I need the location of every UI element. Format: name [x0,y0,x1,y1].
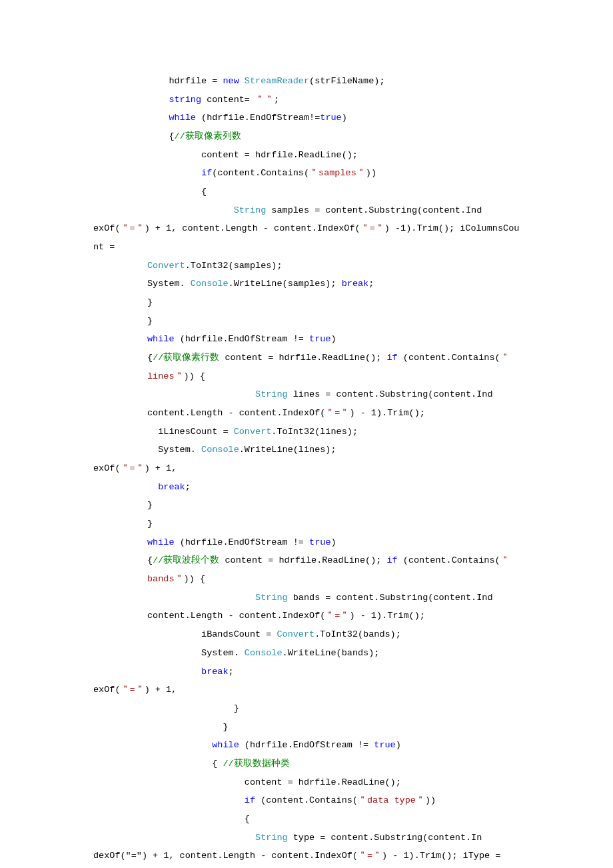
code-line: String type = content.Substring(content.… [93,829,520,847]
code-line: while (hdrfile.EndOfStream != true) [93,736,520,755]
code-token: while [147,537,175,547]
code-block: hdrfile = new StreamReader(strFileName);… [93,72,520,865]
code-token: ＂=＂ [121,685,145,695]
code-line: } [93,293,520,312]
code-token: ) + 1, [145,463,177,473]
code-line: } [93,515,520,533]
code-token: ; [229,667,234,677]
code-line: String bands = content.Substring(content… [93,589,520,607]
code-token: Convert [234,427,272,437]
code-line: Convert.ToInt32(samples); [93,257,520,275]
code-token: exOf( [93,463,121,473]
code-token: )) [366,168,376,178]
code-token: String [255,593,288,603]
code-line: while (hdrfile.EndOfStream!=true) [93,109,520,127]
code-token: System. [158,445,201,455]
code-token: if [201,168,212,178]
code-line: dexOf("=") + 1, content.Length - content… [93,847,520,865]
code-token: exOf( [93,223,121,233]
code-token: ＂=＂ [325,408,349,418]
code-token: } [147,519,153,529]
code-line: content.Length - content.IndexOf(＂=＂) - … [93,404,520,423]
code-token: { [201,187,207,197]
code-token: String [255,389,288,399]
code-token: true [309,334,330,344]
code-line: } [93,312,520,331]
code-token: ) [396,740,401,750]
code-token: break [158,482,185,492]
code-token: //获取像素列数 [175,131,241,141]
code-token: ＂=＂ [325,611,349,621]
code-token: .WriteLine(lines); [239,445,336,455]
code-token: break [201,667,229,677]
code-line: lines＂)) { [93,367,520,386]
code-token: (hdrfile.EndOfStream!= [196,113,320,123]
code-line: iBandsCount = Convert.ToInt32(bands); [93,625,520,644]
code-token: ＂＂ [255,95,274,105]
code-token: } [147,500,153,510]
code-token: System. [147,279,191,289]
code-token: bands＂ [147,574,184,584]
code-token: content = hdrfile.ReadLine(); [201,150,358,160]
code-token: { [169,131,174,141]
code-token: ) [330,537,336,547]
document-page: hdrfile = new StreamReader(strFileName);… [0,0,613,868]
code-token: string [169,95,201,105]
code-token: .ToInt32(lines); [271,427,358,437]
code-line: while (hdrfile.EndOfStream != true) [93,533,520,552]
code-token: ; [368,279,374,289]
code-token: )) { [184,371,205,381]
code-token: while [212,740,239,750]
code-token: ) [342,113,347,123]
code-token: while [169,113,196,123]
code-line: {//获取像素列数 [93,127,520,146]
code-token: Convert [277,629,314,639]
code-line: break; [93,663,520,681]
code-token: hdrfile = [169,76,223,86]
code-token: { [147,353,153,363]
code-token: content = hdrfile.ReadLine(); [219,555,386,565]
code-token: bands = content.Substring(content.Ind [288,593,493,603]
code-token: true [309,537,330,547]
code-token: content = hdrfile.ReadLine(); [219,353,386,363]
code-line: content.Length - content.IndexOf(＂=＂) - … [93,607,520,625]
code-line: while (hdrfile.EndOfStream != true) [93,330,520,349]
code-token: content.Length - content.IndexOf( [147,408,325,418]
code-line: {//获取波段个数 content = hdrfile.ReadLine(); … [93,551,520,570]
code-token: String [255,833,288,843]
code-line: hdrfile = new StreamReader(strFileName); [93,72,520,91]
code-token: ) [330,334,336,344]
code-token: (content.Contains( [398,353,500,363]
code-line: String lines = content.Substring(content… [93,385,520,404]
code-token: ; [274,95,279,105]
code-line: exOf(＂=＂) + 1, [93,681,520,699]
code-token: //获取像素行数 [153,353,219,363]
code-token: iBandsCount = [201,629,277,639]
code-token: (content.Contains( [212,168,309,178]
code-token: Console [201,445,239,455]
code-line: if (content.Contains(＂data type＂)) [93,791,520,810]
code-token: )) [425,795,436,805]
code-token: iLinesCount = [158,427,233,437]
code-token: .ToInt32(bands); [314,629,401,639]
code-token: true [320,113,341,123]
code-token: .WriteLine(bands); [283,648,380,658]
code-token: type = content.Substring(content.In [288,833,482,843]
code-line: System. Console.WriteLine(lines); [93,441,520,459]
code-token: content.Length - content.IndexOf( [147,611,325,621]
code-token: ＂=＂ [360,223,384,233]
code-line: break; [93,478,520,497]
code-token: (hdrfile.EndOfStream != [175,537,310,547]
code-token: content = hdrfile.ReadLine(); [245,777,401,787]
code-token: //获取数据种类 [223,759,289,769]
code-line: exOf(＂=＂) + 1, [93,459,520,478]
code-token: ) - 1).Trim(); [349,408,424,418]
code-token: StreamReader [245,76,309,86]
code-token: ＂=＂ [121,463,145,473]
code-token: (strFileName); [309,76,384,86]
code-line: {//获取像素行数 content = hdrfile.ReadLine(); … [93,349,520,367]
code-token: )) { [184,574,205,584]
code-token: (content.Contains( [255,795,358,805]
code-token: } [147,316,153,326]
code-token: Console [191,279,229,289]
